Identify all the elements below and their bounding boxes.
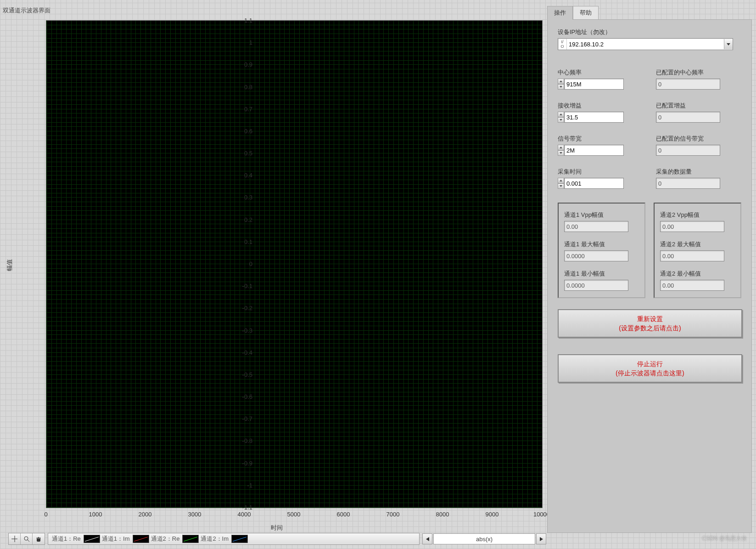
reset-button[interactable]: 重新设置 (设置参数之后请点击) [558,309,742,338]
svg-marker-0 [727,43,730,45]
cfg-gain-label: 已配置增益 [656,102,743,110]
rx-gain-spinner[interactable] [558,112,564,123]
svg-point-11 [24,537,28,540]
mode-display[interactable]: abs(x) [433,533,535,544]
legend-item-ch2-im[interactable]: 通道2：Im [201,535,248,543]
y-tick-label: 0.9 [244,61,252,68]
ch2-min-value: 0.00 [660,280,724,291]
cfg-bw-group: 已配置的信号带宽 0 [656,135,743,156]
sample-time-input[interactable] [564,178,624,189]
svg-marker-1 [560,80,562,82]
spin-down-icon[interactable] [558,117,564,123]
y-tick-label: 0.3 [244,194,252,201]
cfg-gain-group: 已配置增益 0 [656,102,743,123]
y-tick-label: -1.1 [242,504,252,511]
pan-tool-icon[interactable] [33,533,45,544]
reset-button-line2: (设置参数之后请点击) [619,323,681,333]
svg-marker-5 [560,147,562,148]
cfg-center-group: 已配置的中心频率 0 [656,68,743,90]
ch2-vpp-label: 通道2 Vpp幅值 [660,211,735,219]
spin-down-icon[interactable] [558,183,564,189]
ip-label: 设备IP地址（勿改） [558,28,741,36]
cfg-center-label: 已配置的中心频率 [656,68,743,77]
svg-marker-3 [560,113,562,115]
legend-label: 通道2：Re [151,535,180,543]
chevron-right-icon [540,537,543,541]
bandwidth-spinner[interactable] [558,145,564,156]
ch1-vpp-value: 0.00 [564,221,628,232]
y-tick-label: -1 [247,481,252,488]
svg-marker-7 [560,180,562,181]
mode-prev-button[interactable] [422,533,432,544]
legend-item-ch1-re[interactable]: 通道1：Re [52,535,100,543]
ch2-vpp-value: 0.00 [660,221,724,232]
x-tick-label: 1000 [89,511,102,518]
y-tick-label: -0.6 [242,393,252,400]
y-tick-label: 0.1 [244,238,252,245]
y-axis-label: 幅值 [6,259,14,271]
crosshair-tool-icon[interactable] [9,533,21,544]
ip-dropdown-button[interactable] [724,39,733,49]
spin-down-icon[interactable] [558,150,564,156]
tab-help[interactable]: 帮助 [573,6,599,19]
ch1-min-value: 0.0000 [564,280,628,291]
rx-gain-input[interactable] [564,112,624,123]
channel-1-stats: 通道1 Vpp幅值 0.00 通道1 最大幅值 0.0000 通道1 最小幅值 … [558,203,645,298]
spin-up-icon[interactable] [558,79,564,84]
svg-line-12 [28,540,29,542]
x-tick-label: 0 [44,511,47,518]
tab-operate[interactable]: 操作 [547,6,573,20]
stop-button-line1: 停止运行 [637,359,663,368]
ip-address-field[interactable]: I/O [558,38,733,50]
plot-toolbar: 通道1：Re 通道1：Im 通道2：Re 通道2：Im abs(x) [8,533,546,545]
sample-count-label: 采集的数据量 [656,168,743,176]
legend-item-ch1-im[interactable]: 通道1：Im [102,535,149,543]
svg-marker-13 [426,537,429,541]
legend-item-ch2-re[interactable]: 通道2：Re [151,535,199,543]
reset-button-line1: 重新设置 [637,314,663,323]
svg-marker-4 [560,119,562,121]
sample-time-group: 采集时间 [558,168,645,189]
y-tick-label: -0.9 [242,459,252,466]
x-tick-label: 7000 [386,511,400,518]
spin-up-icon[interactable] [558,178,564,183]
x-tick-label: 2000 [139,511,152,518]
oscilloscope-plot[interactable] [46,20,543,508]
ch2-min-label: 通道2 最小幅值 [660,270,735,278]
ch2-max-label: 通道2 最大幅值 [660,240,735,249]
tab-body: 设备IP地址（勿改） I/O 中心频率 已配置的中心频 [547,19,752,533]
cfg-center-value: 0 [656,79,720,90]
stop-button[interactable]: 停止运行 (停止示波器请点击这里) [558,354,742,383]
y-tick-label: 0.5 [244,150,252,157]
chevron-down-icon [727,43,730,45]
center-freq-input[interactable] [564,79,624,90]
svg-marker-8 [560,185,562,187]
chevron-left-icon [426,537,429,541]
legend-label: 通道1：Re [52,535,81,543]
y-tick-label: -0.2 [242,305,252,311]
sample-time-label: 采集时间 [558,168,645,176]
y-tick-label: -0.8 [242,437,252,444]
center-freq-label: 中心频率 [558,68,645,77]
mode-next-button[interactable] [536,533,546,544]
cfg-bw-value: 0 [656,145,720,156]
spin-up-icon[interactable] [558,112,564,117]
legend-swatch-icon [84,535,100,543]
center-freq-group: 中心频率 [558,68,645,90]
zoom-tool-icon[interactable] [21,533,33,544]
spin-down-icon[interactable] [558,84,564,90]
ip-address-input[interactable] [567,39,724,49]
ch1-vpp-label: 通道1 Vpp幅值 [564,211,639,219]
rx-gain-label: 接收增益 [558,102,645,110]
y-tick-label: -0.3 [242,327,252,334]
bandwidth-input[interactable] [564,145,624,156]
sample-count-value: 0 [656,178,720,189]
stop-button-line2: (停止示波器请点击这里) [616,368,684,378]
center-freq-spinner[interactable] [558,79,564,90]
svg-marker-14 [540,537,543,541]
sample-time-spinner[interactable] [558,178,564,189]
y-tick-label: 1.1 [244,17,252,24]
y-tick-label: 0.2 [244,216,252,223]
rx-gain-group: 接收增益 [558,102,645,123]
spin-up-icon[interactable] [558,145,564,150]
